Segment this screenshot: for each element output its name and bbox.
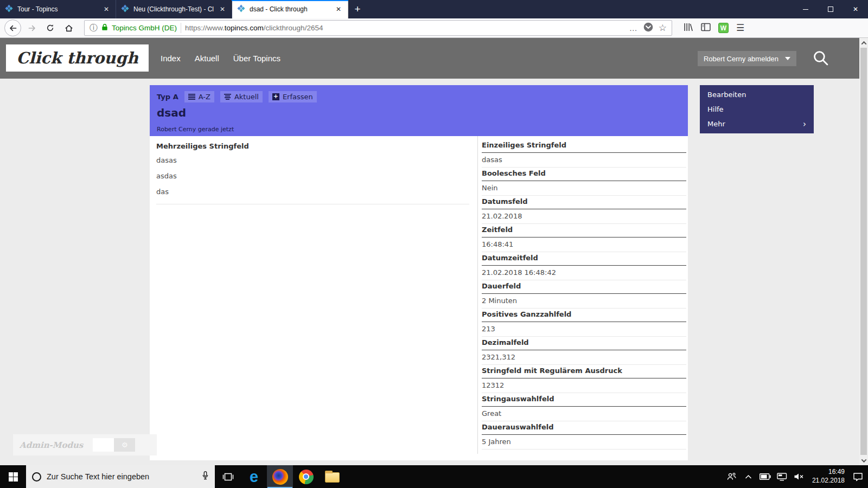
field-label: Dezimalfeld [482, 337, 686, 350]
page-info-icon[interactable]: ⓘ [90, 23, 98, 33]
edge-icon: e [250, 469, 258, 485]
page-scrollbar[interactable] [859, 38, 868, 465]
field-value: 12312 [482, 378, 686, 393]
tab-neu-clickthrough[interactable]: Neu (Clickthrough-Test) - Click ✕ [116, 0, 232, 18]
aktuell-label: Aktuell [234, 93, 259, 101]
az-list-label: A-Z [199, 93, 210, 101]
window-minimize-button[interactable] [793, 0, 818, 18]
tab-close-icon[interactable]: ✕ [218, 4, 227, 14]
erfassen-button[interactable]: + Erfassen [269, 91, 317, 102]
edge-taskbar-button[interactable]: e [241, 465, 267, 488]
menu-item-mehr[interactable]: Mehr › [700, 117, 814, 131]
page-actions-icon[interactable]: … [629, 23, 638, 33]
tab-close-icon[interactable]: ✕ [334, 4, 343, 14]
forward-button[interactable] [24, 20, 40, 36]
nav-link-index[interactable]: Index [161, 54, 181, 63]
library-icon[interactable] [684, 23, 693, 34]
field-datumzeitfeld: Datumzeitfeld 21.02.2018 16:48:42 [482, 252, 686, 280]
addon-extension-icon[interactable]: W [718, 23, 729, 33]
record-type-label: Typ A [157, 93, 178, 101]
menu-item-hilfe[interactable]: Hilfe [700, 102, 814, 117]
minimize-icon [803, 9, 808, 10]
browser-tab-bar: Tour - Topincs ✕ Neu (Clickthrough-Test)… [0, 0, 868, 18]
column-divider [477, 136, 478, 454]
browser-toolbar: ⓘ Topincs GmbH (DE) https://www.topincs.… [0, 18, 868, 38]
back-button[interactable] [4, 20, 21, 36]
url-text[interactable]: https://www.topincs.com/clickthrough/265… [185, 24, 323, 32]
field-dezimalfeld: Dezimalfeld 2321,312 [482, 337, 686, 365]
chrome-icon [299, 470, 314, 484]
lock-icon[interactable] [101, 23, 108, 33]
firefox-tab-favicon-icon [5, 4, 13, 14]
clock-time: 16:49 [812, 468, 845, 477]
nav-link-ueber-topincs[interactable]: Über Topincs [233, 54, 280, 63]
aktuell-button[interactable]: Aktuell [220, 91, 263, 102]
firefox-taskbar-button[interactable] [267, 465, 293, 488]
tab-close-icon[interactable]: ✕ [102, 4, 111, 14]
reload-button[interactable] [42, 20, 58, 36]
tray-expand-chevron-icon[interactable] [743, 474, 755, 479]
action-center-icon[interactable] [852, 472, 864, 481]
chrome-taskbar-button[interactable] [293, 465, 319, 488]
admin-mode-label: Admin-Modus [20, 440, 83, 450]
menu-item-bearbeiten[interactable]: Bearbeiten [700, 87, 814, 102]
clock-date: 21.02.2018 [812, 477, 845, 485]
field-value: 2321,312 [482, 350, 686, 365]
menu-hamburger-icon[interactable]: ☰ [736, 22, 744, 34]
recent-list-icon [224, 94, 231, 100]
window-restore-button[interactable] [818, 0, 843, 18]
user-logout-dropdown[interactable]: Robert Cerny abmelden [698, 51, 796, 66]
menu-item-label: Bearbeiten [707, 91, 746, 99]
az-list-button[interactable]: A-Z [184, 91, 214, 102]
volume-muted-icon[interactable] [793, 473, 805, 480]
taskbar-search-input[interactable]: Zur Suche Text hier eingeben [26, 465, 215, 488]
site-nav: Index Aktuell Über Topincs [161, 38, 280, 79]
window-controls: ✕ [793, 0, 868, 18]
tab-dsad-active[interactable]: dsad - Click through ✕ [232, 0, 348, 18]
chevron-down-icon [785, 57, 790, 60]
reload-icon [46, 24, 54, 32]
toggle-off-segment[interactable] [93, 438, 114, 452]
new-tab-button[interactable]: + [348, 0, 367, 18]
nav-link-aktuell[interactable]: Aktuell [195, 54, 219, 63]
window-close-button[interactable]: ✕ [843, 0, 868, 18]
forward-arrow-icon [28, 24, 36, 33]
search-icon [812, 49, 829, 66]
site-identity-label[interactable]: Topincs GmbH (DE) [112, 24, 177, 32]
field-label: Stringauswahlfeld [482, 393, 686, 407]
bookmark-star-icon[interactable]: ☆ [659, 22, 667, 34]
field-label: Zeitfeld [482, 224, 686, 237]
toggle-gear-segment[interactable]: ⚙ [114, 438, 135, 452]
field-label: Dauerfeld [482, 280, 686, 294]
url-bar[interactable]: ⓘ Topincs GmbH (DE) https://www.topincs.… [84, 20, 672, 36]
scroll-up-arrow[interactable] [859, 38, 868, 47]
right-column: Einzeiliges Stringfeld dasas Boolesches … [482, 139, 686, 450]
windows-taskbar: Zur Suche Text hier eingeben e 16:49 21.… [0, 465, 868, 488]
tab-tour-topincs[interactable]: Tour - Topincs ✕ [0, 0, 116, 18]
battery-icon[interactable] [760, 473, 771, 480]
scroll-down-arrow[interactable] [859, 456, 868, 465]
admin-mode-control: Admin-Modus ⚙ [13, 434, 157, 455]
field-value: 5 Jahren [482, 435, 686, 450]
field-datumsfeld: Datumsfeld 21.02.2018 [482, 196, 686, 224]
home-button[interactable] [61, 20, 76, 36]
microphone-icon[interactable] [202, 471, 209, 483]
left-column: Mehrzeiliges Stringfeld dasas asdas das [156, 139, 469, 204]
start-button[interactable] [0, 465, 26, 488]
sidebar-toggle-icon[interactable] [701, 23, 711, 34]
banner-toolbar: Typ A A-Z Aktuell + Erfassen [157, 91, 681, 102]
pocket-icon[interactable] [643, 22, 653, 34]
menu-item-label: Mehr [707, 120, 725, 128]
site-search-button[interactable] [812, 49, 829, 68]
firefox-tab-favicon-icon [121, 4, 129, 14]
people-icon[interactable] [726, 472, 738, 481]
urlbar-actions: … ☆ [629, 22, 667, 34]
site-logo[interactable]: Click through [6, 44, 149, 72]
taskbar-clock[interactable]: 16:49 21.02.2018 [810, 468, 847, 485]
task-view-button[interactable] [215, 465, 241, 488]
field-positives-ganzzahlfeld: Positives Ganzzahlfeld 213 [482, 309, 686, 337]
scrollbar-thumb[interactable] [860, 48, 867, 455]
file-explorer-taskbar-button[interactable] [319, 465, 345, 488]
network-icon[interactable] [776, 473, 788, 481]
admin-mode-toggle[interactable]: ⚙ [93, 438, 135, 452]
